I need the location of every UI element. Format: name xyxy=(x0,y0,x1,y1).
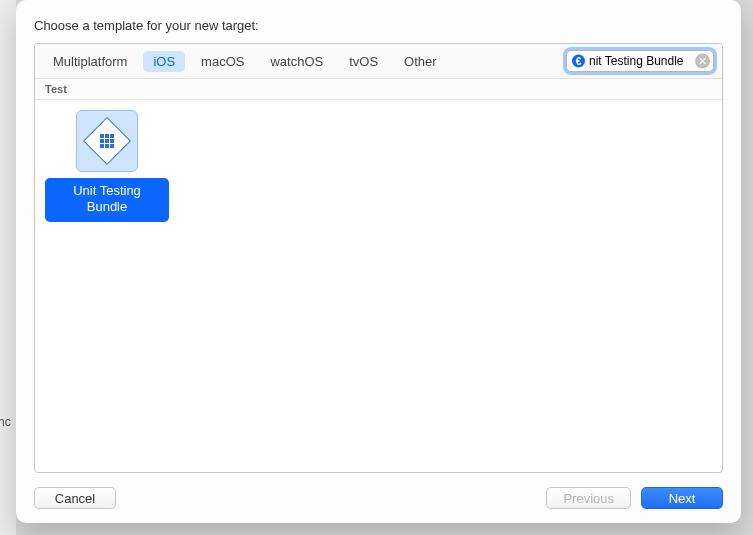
next-button[interactable]: Next xyxy=(641,487,723,509)
tab-watchos[interactable]: watchOS xyxy=(260,51,333,72)
clear-search-icon[interactable]: ✕ xyxy=(695,54,710,69)
footer-buttons: Cancel Previous Next xyxy=(34,473,723,509)
unit-testing-bundle-icon xyxy=(76,110,138,172)
previous-button[interactable]: Previous xyxy=(546,487,631,509)
search-filter-token-icon[interactable]: € xyxy=(572,55,585,68)
platform-tabbar: Multiplatform iOS macOS watchOS tvOS Oth… xyxy=(35,44,722,79)
search-input[interactable] xyxy=(566,50,714,72)
tab-macos[interactable]: macOS xyxy=(191,51,254,72)
template-unit-testing-bundle[interactable]: Unit TestingBundle xyxy=(45,110,169,462)
tab-tvos[interactable]: tvOS xyxy=(339,51,388,72)
cancel-button[interactable]: Cancel xyxy=(34,487,116,509)
template-grid: Unit TestingBundle xyxy=(35,100,722,472)
background-fragment: nc xyxy=(0,415,11,429)
template-chooser-sheet: Choose a template for your new target: M… xyxy=(16,0,741,523)
template-panel: Multiplatform iOS macOS watchOS tvOS Oth… xyxy=(34,43,723,473)
section-header-test: Test xyxy=(35,79,722,100)
tab-multiplatform[interactable]: Multiplatform xyxy=(43,51,137,72)
tab-other[interactable]: Other xyxy=(394,51,447,72)
template-label: Unit TestingBundle xyxy=(45,178,169,222)
search-field-wrap: € ✕ xyxy=(566,50,714,72)
tab-ios[interactable]: iOS xyxy=(143,51,185,72)
prompt-label: Choose a template for your new target: xyxy=(34,18,723,33)
